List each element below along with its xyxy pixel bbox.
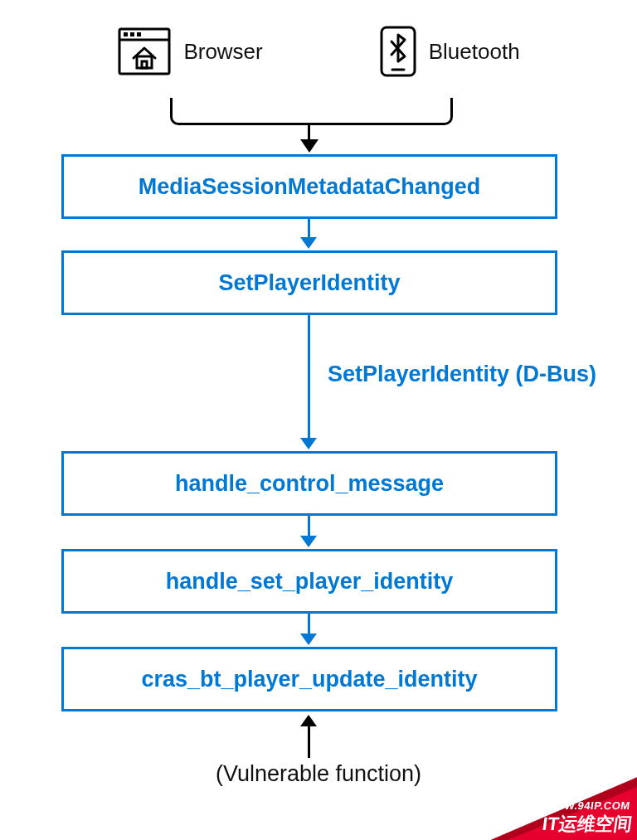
arrow-n3-n4 bbox=[308, 516, 310, 536]
node-label: handle_control_message bbox=[175, 471, 444, 497]
arrow-n4-n5 bbox=[308, 614, 310, 634]
node-label: handle_set_player_identity bbox=[166, 569, 454, 595]
node-label: cras_bt_player_update_identity bbox=[141, 667, 477, 692]
sources-join-arrowhead bbox=[300, 139, 318, 153]
arrow-n1-n2 bbox=[308, 219, 310, 237]
source-bluetooth-label: Bluetooth bbox=[429, 39, 520, 65]
svg-rect-2 bbox=[124, 32, 128, 36]
source-browser-label: Browser bbox=[183, 39, 262, 65]
svg-rect-4 bbox=[137, 32, 141, 36]
node-media-session-metadata-changed: MediaSessionMetadataChanged bbox=[61, 154, 557, 219]
node-handle-control-message: handle_control_message bbox=[61, 451, 557, 516]
diagram-canvas: Browser Bluetooth MediaSessionMetadataCh… bbox=[0, 0, 637, 840]
edge-label-dbus: SetPlayerIdentity (D-Bus) bbox=[328, 362, 596, 387]
watermark-title: IT运维空间 bbox=[541, 812, 634, 837]
svg-rect-6 bbox=[142, 61, 147, 68]
node-set-player-identity: SetPlayerIdentity bbox=[61, 250, 557, 315]
node-label: MediaSessionMetadataChanged bbox=[139, 174, 481, 200]
browser-window-home-icon bbox=[117, 27, 172, 76]
node-cras-bt-player-update-identity: cras_bt_player_update_identity bbox=[61, 647, 557, 711]
source-bluetooth: Bluetooth bbox=[379, 25, 520, 78]
watermark-corner: WWW.94IP.COM IT运维空间 bbox=[471, 765, 637, 840]
vulnerable-pointer-arrow bbox=[308, 726, 310, 758]
bluetooth-phone-icon bbox=[379, 25, 417, 78]
node-label: SetPlayerIdentity bbox=[218, 270, 400, 296]
sources-join-stem bbox=[308, 123, 310, 141]
sources-row: Browser Bluetooth bbox=[0, 25, 637, 78]
source-browser: Browser bbox=[117, 27, 262, 76]
arrow-n2-n3 bbox=[308, 315, 310, 438]
sources-join-bracket bbox=[170, 98, 453, 125]
node-handle-set-player-identity: handle_set_player_identity bbox=[61, 549, 557, 614]
svg-rect-3 bbox=[130, 32, 134, 36]
watermark-url: WWW.94IP.COM bbox=[542, 799, 631, 812]
